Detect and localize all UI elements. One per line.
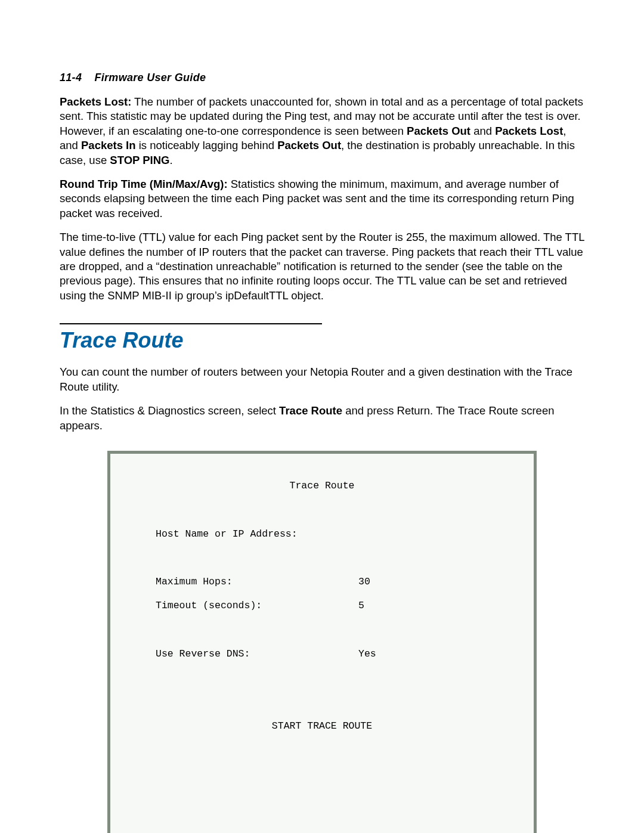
text: You can count the number of routers betw…: [60, 366, 572, 392]
bold-packets-in: Packets In: [81, 139, 136, 151]
document-page: 11-4 Firmware User Guide Packets Lost: T…: [0, 0, 644, 833]
bold-packets-out: Packets Out: [407, 125, 470, 137]
bold-stop-ping: STOP PING: [110, 154, 169, 166]
field-host-label[interactable]: Host Name or IP Address:: [122, 528, 358, 540]
paragraph-ttl: The time-to-live (TTL) value for each Pi…: [60, 230, 584, 303]
field-reverse-dns-value[interactable]: Yes: [358, 648, 522, 660]
label-packets-lost: Packets Lost:: [60, 95, 131, 108]
field-host-value[interactable]: [358, 528, 522, 540]
bold-packets-out-2: Packets Out: [277, 139, 341, 151]
bold-packets-lost: Packets Lost: [495, 125, 563, 137]
page-header: 11-4 Firmware User Guide: [60, 72, 584, 84]
terminal-title: Trace Route: [122, 480, 522, 492]
text: In the Statistics & Diagnostics screen, …: [60, 404, 279, 417]
paragraph-packets-lost: Packets Lost: The number of packets unac…: [60, 95, 584, 168]
field-max-hops-label[interactable]: Maximum Hops:: [122, 576, 358, 588]
terminal-trace-route: Trace Route Host Name or IP Address: Max…: [107, 451, 537, 833]
field-timeout-value[interactable]: 5: [358, 600, 522, 612]
section-divider: [60, 323, 322, 324]
page-header-title: Firmware User Guide: [94, 72, 206, 83]
paragraph-trace-intro: You can count the number of routers betw…: [60, 365, 584, 394]
field-timeout-label[interactable]: Timeout (seconds):: [122, 600, 358, 612]
paragraph-round-trip: Round Trip Time (Min/Max/Avg): Statistic…: [60, 177, 584, 221]
text: and: [470, 125, 495, 137]
field-max-hops-value[interactable]: 30: [358, 576, 522, 588]
label-round-trip: Round Trip Time (Min/Max/Avg):: [60, 178, 228, 190]
text: is noticeably lagging behind: [136, 139, 278, 151]
field-reverse-dns-label[interactable]: Use Reverse DNS:: [122, 648, 358, 660]
section-heading-trace-route: Trace Route: [60, 328, 584, 353]
bold-trace-route: Trace Route: [279, 404, 342, 417]
page-number: 11-4: [60, 72, 82, 83]
start-trace-route-button[interactable]: START TRACE ROUTE: [122, 720, 522, 732]
text: The time-to-live (TTL) value for each Pi…: [60, 231, 584, 302]
text: .: [169, 154, 172, 166]
paragraph-trace-select: In the Statistics & Diagnostics screen, …: [60, 404, 584, 433]
